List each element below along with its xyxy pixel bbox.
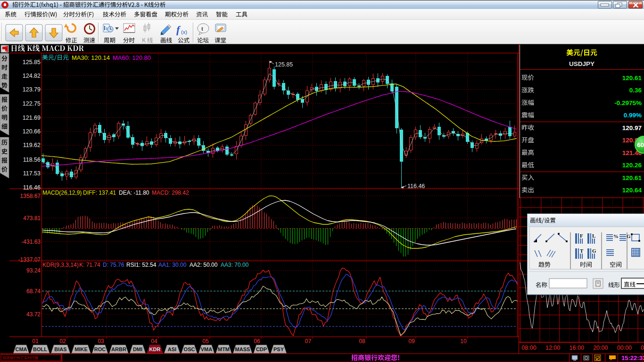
svg-text:20:00: 20:00 [593,345,608,351]
svg-text:MIKE: MIKE [74,346,88,352]
svg-text:-0.2975%: -0.2975% [614,99,642,107]
svg-text:D: 75.76: D: 75.76 [103,262,124,268]
svg-text:121.69: 121.69 [23,115,41,121]
svg-text:MA60: 120.80: MA60: 120.80 [113,54,151,61]
svg-text:G: G [592,248,596,254]
svg-text:05: 05 [202,338,209,345]
svg-text:L: L [592,233,595,239]
svg-text:ARBR: ARBR [111,346,126,352]
svg-text:%: % [613,233,619,239]
svg-text:BOLL: BOLL [33,346,47,352]
svg-text:06: 06 [254,338,260,345]
svg-text:08:00: 08:00 [521,345,536,351]
svg-text:USDJPY: USDJPY [569,60,594,67]
svg-text:-431.63: -431.63 [21,239,41,245]
svg-text:60: 60 [637,141,644,148]
svg-text:120.61: 120.61 [622,174,642,181]
svg-text:KDR(9,3,3,14): KDR(9,3,3,14) [42,262,79,268]
svg-text:120.61: 120.61 [622,74,642,82]
svg-text:119.62: 119.62 [23,142,41,148]
svg-text:124.82: 124.82 [23,73,41,79]
svg-text:118.56: 118.56 [23,156,41,163]
svg-text:T: T [580,248,584,254]
svg-text:116.46: 116.46 [23,184,41,191]
svg-text:K: 71.74: K: 71.74 [79,262,100,268]
svg-text:DEA: -11.80: DEA: -11.80 [119,189,149,196]
svg-text:120.66: 120.66 [23,128,41,135]
svg-text:MTM: MTM [218,346,230,352]
svg-text:68.74: 68.74 [26,288,41,295]
svg-text:0.36: 0.36 [629,87,642,94]
svg-text:117.53: 117.53 [23,170,41,177]
svg-text:12:00: 12:00 [545,345,560,351]
svg-text:123.79: 123.79 [23,86,41,93]
svg-text:16:00: 16:00 [570,345,584,351]
svg-text:t: t [201,25,203,32]
svg-text:473.81: 473.81 [23,215,41,222]
svg-text:15:22:33: 15:22:33 [621,354,644,362]
svg-text:OSC: OSC [184,346,195,352]
svg-text:DMI: DMI [133,346,142,352]
svg-text:0.99%: 0.99% [624,112,642,119]
svg-text:DIFF: 137.41: DIFF: 137.41 [83,189,116,196]
svg-text:AA1: 30.00: AA1: 30.00 [158,262,187,268]
svg-text:AA3: 70.00: AA3: 70.00 [221,262,249,268]
svg-text:1358.67: 1358.67 [20,193,41,199]
svg-text:00:00: 00:00 [617,345,632,351]
svg-text:MA30: 120.14: MA30: 120.14 [72,54,110,61]
svg-text:43.72: 43.72 [26,311,41,318]
svg-text:CDP: CDP [256,346,267,352]
svg-text:KDR: KDR [149,346,161,352]
svg-text:ROC: ROC [94,346,106,352]
svg-text:01: 01 [32,338,39,345]
svg-text:120.26: 120.26 [622,162,642,169]
svg-text:120.97: 120.97 [622,124,642,132]
svg-text:04:00: 04:00 [641,345,644,351]
svg-text:122.75: 122.75 [23,100,41,107]
svg-text:08: 08 [359,338,365,345]
svg-text:f: f [176,24,181,35]
svg-text:02: 02 [59,338,66,345]
svg-text:MACD(26,12,9): MACD(26,12,9) [42,189,82,196]
svg-text:03: 03 [98,338,104,345]
svg-text:120.64: 120.64 [622,187,642,194]
svg-text:F: F [580,233,583,239]
svg-text:10: 10 [460,338,467,345]
svg-text:07: 07 [305,338,312,345]
svg-text:AA2: 50.00: AA2: 50.00 [190,262,218,268]
svg-text:09: 09 [408,338,415,345]
svg-text:PSY: PSY [273,346,284,352]
svg-text:VMA: VMA [201,346,213,352]
svg-text:-1337.07: -1337.07 [18,256,41,263]
svg-text:125.85: 125.85 [275,61,293,68]
svg-text:125.85: 125.85 [23,59,41,66]
svg-text:116.46: 116.46 [407,183,425,189]
svg-text:04: 04 [151,338,157,345]
svg-text:CMA: CMA [15,346,27,352]
svg-text:93.24: 93.24 [26,267,41,274]
svg-text:MACD: 298.42: MACD: 298.42 [152,189,189,196]
svg-text:(x): (x) [181,29,187,35]
svg-text:RSI1: 52.54: RSI1: 52.54 [126,262,157,268]
svg-text:BIAS: BIAS [54,346,66,352]
svg-text:MASS: MASS [235,346,250,352]
svg-text:ASI: ASI [168,346,176,352]
